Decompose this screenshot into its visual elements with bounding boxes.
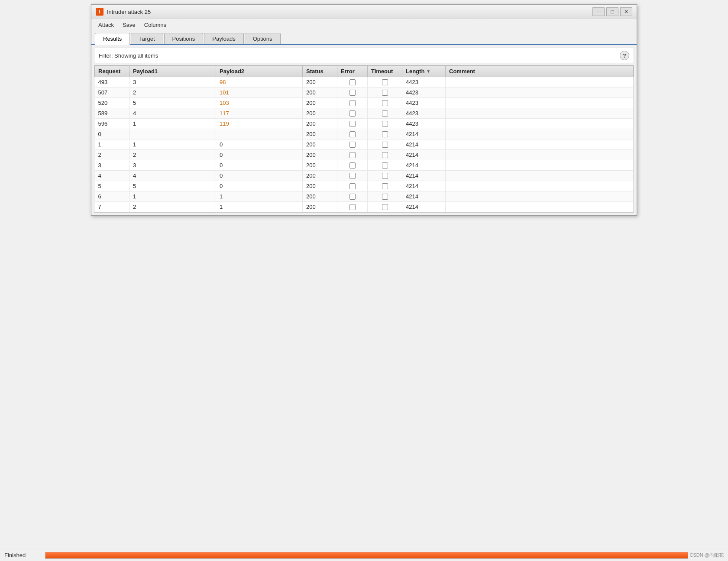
results-table-container: Request Payload1 Payload2 Status Error T… [94,65,634,213]
col-header-length[interactable]: Length ▼ [402,66,446,77]
table-cell: 200 [303,139,337,150]
table-row[interactable]: 50721012004423 [95,88,634,98]
col-header-request[interactable]: Request [95,66,129,77]
maximize-button[interactable]: □ [606,7,618,16]
table-cell: 1 [216,191,303,202]
table-row[interactable]: 7212004214 [95,202,634,212]
checkbox[interactable] [382,204,388,210]
table-row[interactable]: 02004214 [95,129,634,139]
table-cell[interactable] [368,119,402,129]
tab-options[interactable]: Options [245,33,281,44]
menu-save[interactable]: Save [119,20,139,29]
table-cell[interactable] [368,171,402,181]
table-cell: 200 [303,108,337,119]
col-header-status[interactable]: Status [303,66,337,77]
table-cell[interactable] [337,88,368,98]
table-cell: 200 [303,129,337,139]
table-cell[interactable] [368,150,402,160]
table-row[interactable]: 1102004214 [95,139,634,150]
table-cell: 200 [303,88,337,98]
checkbox[interactable] [382,121,388,127]
table-row[interactable]: 3302004214 [95,160,634,171]
checkbox[interactable] [382,100,388,106]
table-cell[interactable] [337,160,368,171]
table-cell[interactable] [368,160,402,171]
checkbox[interactable] [349,152,356,158]
menu-attack[interactable]: Attack [95,20,117,29]
table-cell[interactable] [368,108,402,119]
col-header-payload2[interactable]: Payload2 [216,66,303,77]
table-cell [216,129,303,139]
checkbox[interactable] [349,121,356,127]
checkbox[interactable] [349,90,356,96]
table-row[interactable]: 58941172004423 [95,108,634,119]
sort-arrow-icon: ▼ [426,69,430,74]
table-row[interactable]: 52051032004423 [95,98,634,108]
checkbox[interactable] [349,110,356,117]
col-header-comment[interactable]: Comment [446,66,634,77]
table-cell [446,98,634,108]
table-cell[interactable] [368,181,402,191]
checkbox[interactable] [349,173,356,179]
table-cell[interactable] [337,119,368,129]
table-cell[interactable] [368,139,402,150]
table-row[interactable]: 59611192004423 [95,119,634,129]
help-button[interactable]: ? [620,51,629,60]
tab-target[interactable]: Target [131,33,163,44]
checkbox[interactable] [349,142,356,148]
table-cell[interactable] [368,98,402,108]
menu-columns[interactable]: Columns [141,20,170,29]
minimize-button[interactable]: — [592,7,605,16]
checkbox[interactable] [349,79,356,85]
checkbox[interactable] [382,142,388,148]
table-cell: 101 [216,88,303,98]
table-cell[interactable] [337,98,368,108]
checkbox[interactable] [382,110,388,117]
table-row[interactable]: 6112004214 [95,191,634,202]
table-cell[interactable] [368,191,402,202]
checkbox[interactable] [382,90,388,96]
col-header-payload1[interactable]: Payload1 [129,66,216,77]
checkbox[interactable] [349,204,356,210]
table-cell: 0 [216,181,303,191]
checkbox[interactable] [382,173,388,179]
checkbox[interactable] [382,152,388,158]
table-cell[interactable] [337,139,368,150]
table-row[interactable]: 4933982004423 [95,77,634,88]
table-cell[interactable] [337,77,368,88]
table-cell: 103 [216,98,303,108]
table-cell[interactable] [337,181,368,191]
table-row[interactable]: 2202004214 [95,150,634,160]
table-scroll-wrapper[interactable]: Request Payload1 Payload2 Status Error T… [94,65,634,212]
close-button[interactable]: ✕ [620,7,632,16]
tab-positions[interactable]: Positions [164,33,204,44]
table-cell: 0 [216,150,303,160]
table-cell[interactable] [337,108,368,119]
table-cell[interactable] [337,171,368,181]
table-cell[interactable] [337,129,368,139]
checkbox[interactable] [349,194,356,200]
col-header-timeout[interactable]: Timeout [368,66,402,77]
checkbox[interactable] [349,183,356,189]
table-row[interactable]: 5502004214 [95,181,634,191]
checkbox[interactable] [349,162,356,169]
table-cell: 1 [95,139,129,150]
table-cell[interactable] [368,88,402,98]
table-cell[interactable] [337,191,368,202]
checkbox[interactable] [382,79,388,85]
tab-results[interactable]: Results [95,33,130,45]
tab-payloads[interactable]: Payloads [204,33,243,44]
col-header-error[interactable]: Error [337,66,368,77]
table-row[interactable]: 4402004214 [95,171,634,181]
checkbox[interactable] [382,131,388,137]
checkbox[interactable] [382,183,388,189]
checkbox[interactable] [349,100,356,106]
checkbox[interactable] [349,131,356,137]
table-cell[interactable] [337,202,368,212]
checkbox[interactable] [382,162,388,169]
table-cell[interactable] [368,202,402,212]
table-cell[interactable] [368,77,402,88]
table-cell[interactable] [368,129,402,139]
checkbox[interactable] [382,194,388,200]
table-cell[interactable] [337,150,368,160]
